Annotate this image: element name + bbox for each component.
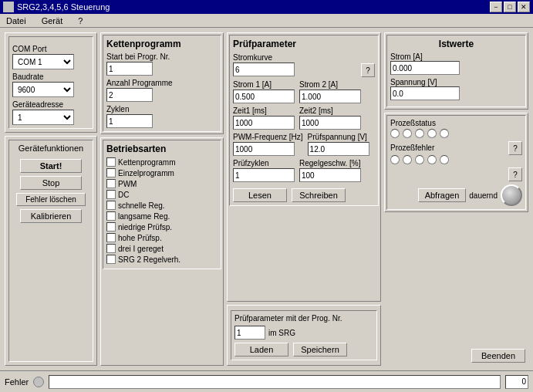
anzahl-input[interactable] [106,88,153,102]
status-radio-1[interactable] [390,129,400,138]
pruefzyklen-col: Prüfzyklen [233,159,295,182]
regelgeschw-col: Regelgeschw. [%] [299,159,361,182]
strom-istwert-row: Strom [A] [390,52,522,75]
prozess-status-radios [390,129,522,138]
check-dc-box[interactable] [106,190,116,199]
check-srg2: SRG 2 Regelverh. [106,255,218,264]
strom1-input[interactable] [233,90,295,103]
fehler-radio-2[interactable] [403,155,412,164]
im-srg-label: im SRG [268,329,295,337]
check-niedrige-box[interactable] [106,222,116,231]
menu-geraet[interactable]: Gerät [39,15,66,26]
status-radio-4[interactable] [427,129,437,138]
check-langsame: langsame Reg. [106,211,218,221]
menu-datei[interactable]: Datei [3,15,29,26]
status-num-input[interactable] [505,375,528,389]
menu-help[interactable]: ? [75,15,86,26]
status-bar: Fehler [0,370,533,392]
spannung-istwert-label: Spannung [V] [390,78,522,86]
schreiben-button[interactable]: Schreiben [292,188,346,202]
left-panel: COM Port COM 1 COM 2 COM 3 Baudrate 9600… [5,32,97,366]
zeit1-label: Zeit1 [ms] [233,106,295,115]
fehler-radio-3[interactable] [415,155,424,164]
start-progr-input[interactable] [106,62,153,76]
check-srg2-label: SRG 2 Regelverh. [118,255,180,264]
prozess-fehler-help-button[interactable]: ? [508,141,522,155]
check-pwm-label: PWM [118,180,137,188]
fehler-loeschen-button[interactable]: Fehler löschen [16,193,86,206]
close-button[interactable]: ✕ [518,2,530,12]
strom-istwert-input[interactable] [390,61,460,75]
strom2-label: Strom 2 [A] [299,80,361,89]
prozess-inner: Prozeßstatus Prozeßfehler ? [386,115,526,210]
fehler-radio-4[interactable] [427,155,437,164]
zeit1-input[interactable] [233,116,295,130]
geratefunktionen-group: Gerätefunktionen Start! Stop Fehler lösc… [5,136,97,366]
stromkurve-row: Stromkurve ? [233,52,375,77]
check-niedrige: niedrige Prüfsp. [106,222,218,231]
fehler-status-light [33,377,44,387]
laden-button[interactable]: Laden [234,343,288,357]
prog-row: Prüfparameter mit der Prog. Nr. im SRG L… [227,305,381,366]
check-langsame-box[interactable] [106,211,116,221]
strom2-input[interactable] [299,90,361,103]
check-ketten-label: Kettenprogramm [118,158,175,167]
geratefunktionen-inner: Gerätefunktionen Start! Stop Fehler lösc… [8,140,93,362]
check-drei-label: drei I gereget [118,245,164,253]
status-bar-input[interactable] [49,375,501,389]
istwerte-box: Istwerte Strom [A] Spannung [V] [384,32,528,110]
spannung-istwert-input[interactable] [390,86,460,100]
fehler-radio-5[interactable] [440,155,449,164]
check-schnelle-box[interactable] [106,201,116,210]
check-dc: DC [106,190,218,199]
stop-button[interactable]: Stop [20,176,82,190]
strom2-col: Strom 2 [A] [299,80,361,103]
regelgeschw-input[interactable] [299,168,361,182]
com-select[interactable]: COM 1 COM 2 COM 3 [12,54,74,69]
pruefspan-input[interactable] [308,142,369,156]
pruefzyklen-input[interactable] [233,168,295,182]
check-pwm-box[interactable] [106,179,116,188]
check-drei-box[interactable] [106,244,116,253]
lesen-schreiben-row: Lesen Schreiben [233,185,375,202]
maximize-button[interactable]: □ [504,2,516,12]
check-einzel-box[interactable] [106,168,116,177]
prozess-help2-button[interactable]: ? [508,167,522,181]
beenden-button[interactable]: Beenden [471,349,525,363]
zyklen-input[interactable] [106,114,153,128]
check-drei: drei I gereget [106,244,218,253]
lesen-button[interactable]: Lesen [233,188,287,202]
ketten-label: Kettenprogramm [106,39,218,49]
minimize-button[interactable]: − [490,2,502,12]
stromkurve-input[interactable] [233,63,295,76]
zeit2-input[interactable] [299,116,361,130]
check-langsame-label: langsame Reg. [118,212,170,221]
right-panel: Istwerte Strom [A] Spannung [V] Prozeßst… [384,32,528,366]
status-radio-5[interactable] [440,129,449,138]
start-button[interactable]: Start! [20,159,82,173]
check-schnelle: schnelle Reg. [106,201,218,210]
status-radio-2[interactable] [403,129,412,138]
stromkurve-help-button[interactable]: ? [361,63,375,77]
kalibrieren-button[interactable]: Kalibrieren [20,209,82,223]
istwerte-inner: Istwerte Strom [A] Spannung [V] [386,35,526,107]
check-ketten-box[interactable] [106,157,116,167]
baud-select[interactable]: 9600 19200 [12,82,74,97]
prozess-fehler-label: Prozeßfehler [390,144,434,152]
fehler-radio-1[interactable] [390,155,400,164]
geraet-select[interactable]: 1 2 [12,110,74,125]
check-hohe-box[interactable] [106,233,116,242]
speichern-button[interactable]: Speichern [293,343,347,357]
abfragen-button[interactable]: Abfragen [418,188,467,202]
start-progr-label: Start bei Progr. Nr. [106,52,218,61]
pruf-inner: Prüfparameter Stromkurve ? Strom 1 [A] S… [229,35,379,206]
dauernd-toggle[interactable] [501,184,522,206]
title-bar: SRG2,3,4,5,6 Steuerung − □ ✕ [0,0,533,14]
pruefspan-col: Prüfspannung [V] [308,133,369,156]
pwm-input[interactable] [233,142,295,156]
pwm-label: PWM-Frequenz [Hz] [233,133,303,141]
regelgeschw-label: Regelgeschw. [%] [299,159,361,167]
check-srg2-box[interactable] [106,255,116,264]
status-radio-3[interactable] [415,129,424,138]
prog-nr-input[interactable] [234,326,265,340]
